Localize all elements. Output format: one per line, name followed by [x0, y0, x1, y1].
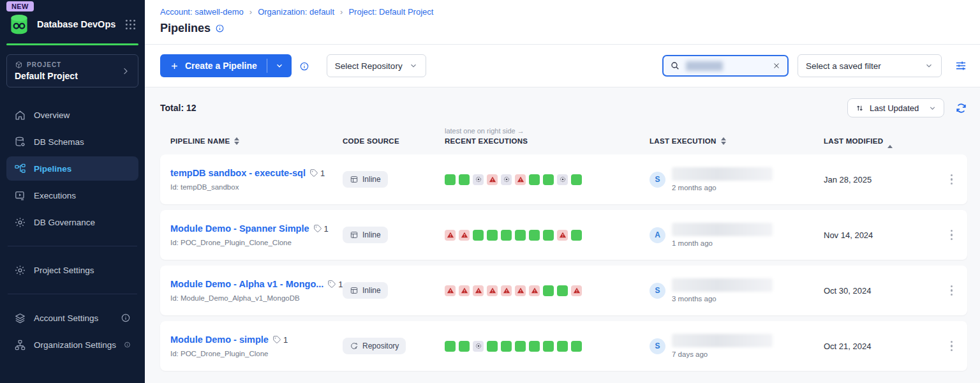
executions-icon	[14, 190, 26, 202]
code-source-label: Inline	[362, 230, 381, 239]
execution-failed-cell[interactable]	[445, 285, 456, 296]
brand-divider	[6, 43, 138, 45]
breadcrumb-link[interactable]: Account: satwell-demo	[160, 7, 244, 17]
execution-failed-cell[interactable]	[571, 285, 582, 296]
execution-stopped-cell[interactable]	[501, 174, 512, 185]
breadcrumb-link[interactable]: Project: Default Project	[348, 7, 433, 17]
execution-failed-cell[interactable]	[487, 285, 498, 296]
execution-stopped-cell[interactable]	[473, 174, 484, 185]
create-pipeline-dropdown[interactable]	[267, 54, 292, 77]
execution-success-cell[interactable]	[445, 341, 456, 352]
execution-success-cell[interactable]	[515, 230, 526, 241]
pipeline-name-link[interactable]: Module Demo - Spanner Simple	[170, 223, 309, 234]
row-menu-kebab-icon[interactable]	[946, 338, 958, 355]
execution-failed-cell[interactable]	[557, 230, 568, 241]
recent-executions-cell	[445, 230, 650, 241]
refresh-icon[interactable]	[955, 102, 967, 114]
last-execution-cell: A1 month ago	[650, 223, 824, 247]
apps-grid-icon[interactable]	[124, 18, 137, 31]
execution-failed-cell[interactable]	[515, 285, 526, 296]
info-icon[interactable]	[121, 313, 131, 323]
breadcrumb: Account: satwell-demo›Organization: defa…	[160, 7, 967, 17]
sidebar-item-pipelines[interactable]: Pipelines	[6, 156, 138, 181]
execution-stopped-cell[interactable]	[473, 341, 484, 352]
content-area: Total: 12 Last Updated PIPELINE NAME COD…	[145, 87, 980, 383]
sidebar-item-account-settings[interactable]: Account Settings	[6, 306, 138, 330]
select-repository-dropdown[interactable]: Select Repository	[327, 54, 426, 77]
search-input[interactable]	[662, 55, 789, 77]
execution-success-cell[interactable]	[445, 174, 456, 185]
execution-success-cell[interactable]	[543, 174, 554, 185]
execution-success-cell[interactable]	[543, 341, 554, 352]
execution-failed-cell[interactable]	[501, 285, 512, 296]
tag-count: 1	[309, 169, 325, 178]
execution-success-cell[interactable]	[543, 230, 554, 241]
execution-success-cell[interactable]	[571, 230, 582, 241]
pipeline-name-link[interactable]: tempDB sandbox - execute-sql	[170, 168, 306, 178]
execution-success-cell[interactable]	[459, 341, 470, 352]
code-source-label: Inline	[362, 286, 381, 295]
breadcrumb-separator: ›	[340, 7, 343, 17]
sort-both-icon	[721, 137, 726, 145]
avatar: S	[650, 338, 665, 354]
execution-success-cell[interactable]	[501, 230, 512, 241]
info-icon[interactable]	[215, 24, 225, 33]
execution-success-cell[interactable]	[557, 341, 568, 352]
total-count: Total: 12	[160, 103, 197, 113]
execution-success-cell[interactable]	[459, 174, 470, 185]
sidebar-item-db-schemas[interactable]: DB Schemas	[6, 130, 138, 154]
execution-success-cell[interactable]	[515, 341, 526, 352]
create-pipeline-button[interactable]: Create a Pipeline	[160, 54, 292, 77]
execution-success-cell[interactable]	[487, 341, 498, 352]
column-last-modified[interactable]: LAST MODIFIED	[824, 137, 932, 145]
execution-success-cell[interactable]	[529, 174, 540, 185]
execution-success-cell[interactable]	[571, 174, 582, 185]
saved-filter-dropdown[interactable]: Select a saved filter	[798, 54, 942, 77]
sidebar-item-executions[interactable]: Executions	[6, 183, 138, 207]
execution-failed-cell[interactable]	[473, 285, 484, 296]
pipeline-name-link[interactable]: Module Demo - simple	[170, 334, 269, 345]
pipeline-id: Id: POC_Drone_Plugin_Clone_Clone	[170, 239, 343, 246]
sidebar-item-project-settings[interactable]: Project Settings	[6, 258, 138, 282]
sidebar-item-db-governance[interactable]: DB Governance	[6, 210, 138, 234]
column-pipeline-name[interactable]: PIPELINE NAME	[170, 137, 343, 145]
row-menu-kebab-icon[interactable]	[946, 282, 958, 299]
info-icon[interactable]	[124, 340, 131, 350]
breadcrumb-link[interactable]: Organization: default	[258, 7, 334, 17]
sidebar-item-overview[interactable]: Overview	[6, 103, 138, 127]
execution-success-cell[interactable]	[571, 341, 582, 352]
create-pipeline-label: Create a Pipeline	[185, 61, 257, 71]
execution-success-cell[interactable]	[543, 285, 554, 296]
clear-search-icon[interactable]	[772, 61, 781, 70]
pipeline-name-link[interactable]: Module Demo - Alpha v1 - Mongo...	[170, 279, 323, 289]
execution-failed-cell[interactable]	[445, 230, 456, 241]
execution-failed-cell[interactable]	[487, 174, 498, 185]
toolbar: Create a Pipeline Select Repository Sele…	[145, 45, 980, 87]
info-icon[interactable]	[299, 61, 309, 71]
execution-success-cell[interactable]	[529, 230, 540, 241]
sidebar-item-organization-settings[interactable]: Organization Settings	[6, 333, 138, 357]
table-row: tempDB sandbox - execute-sql1Id: tempDB_…	[160, 154, 967, 204]
project-switcher[interactable]: PROJECT Default Project	[6, 54, 138, 87]
execution-success-cell[interactable]	[529, 341, 540, 352]
tag-count: 1	[327, 280, 343, 289]
execution-failed-cell[interactable]	[459, 230, 470, 241]
execution-stopped-cell[interactable]	[557, 174, 568, 185]
execution-failed-cell[interactable]	[459, 285, 470, 296]
row-menu-kebab-icon[interactable]	[946, 171, 958, 188]
plus-icon	[170, 61, 179, 71]
execution-failed-cell[interactable]	[529, 285, 540, 296]
execution-success-cell[interactable]	[501, 341, 512, 352]
sort-dropdown[interactable]: Last Updated	[847, 98, 944, 117]
execution-failed-cell[interactable]	[515, 174, 526, 185]
row-menu-kebab-icon[interactable]	[946, 227, 958, 244]
execution-success-cell[interactable]	[557, 285, 568, 296]
redacted-user-name	[672, 223, 773, 236]
recent-executions-cell	[445, 285, 650, 296]
execution-success-cell[interactable]	[473, 230, 484, 241]
execution-success-cell[interactable]	[487, 230, 498, 241]
pipeline-rows: tempDB sandbox - execute-sql1Id: tempDB_…	[160, 154, 967, 371]
column-last-execution[interactable]: LAST EXECUTION	[650, 137, 824, 145]
filter-sliders-icon[interactable]	[954, 59, 967, 72]
execution-time-ago: 7 days ago	[672, 350, 773, 358]
